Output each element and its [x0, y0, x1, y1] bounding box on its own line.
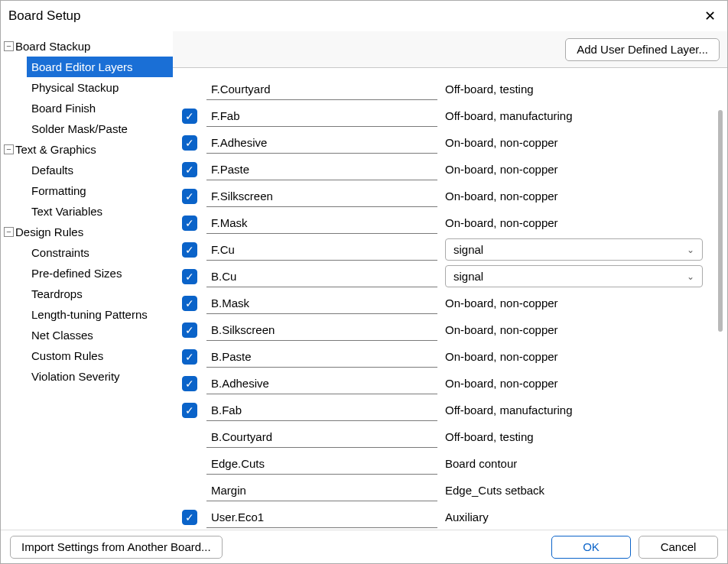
layer-name-field[interactable]: F.Cu: [206, 238, 437, 261]
tree-item[interactable]: Board Editor Layers: [27, 57, 173, 77]
tree-item[interactable]: Custom Rules: [27, 345, 173, 366]
layer-type-label: Off-board, testing: [445, 83, 534, 96]
layer-name-field[interactable]: F.Paste: [206, 158, 437, 180]
layer-name-label: B.Fab: [211, 404, 242, 417]
layer-checkbox[interactable]: ✓: [182, 135, 197, 151]
layer-type-cell: Off-board, manufacturing: [442, 105, 706, 127]
layer-name-field[interactable]: B.Adhesive: [206, 372, 437, 394]
layer-name-field[interactable]: Margin: [206, 479, 437, 501]
layer-name-field[interactable]: B.Cu: [206, 265, 437, 287]
layer-checkbox[interactable]: ✓: [182, 296, 197, 311]
layer-check-cell: ✓: [177, 510, 202, 525]
tree-item[interactable]: Length-tuning Patterns: [27, 304, 173, 325]
layer-name-label: B.Adhesive: [211, 377, 269, 390]
layer-type-cell: On-board, non-copper: [442, 185, 706, 207]
layer-name-field[interactable]: F.Silkscreen: [206, 185, 437, 207]
layer-name-label: F.Adhesive: [211, 136, 267, 149]
tree-item[interactable]: Solder Mask/Paste: [27, 118, 173, 139]
tree-item-label: Board Finish: [31, 102, 96, 115]
tree-item-label: Text Variables: [31, 205, 102, 218]
layer-check-cell: ✓: [177, 162, 202, 177]
layer-row: Edge.CutsBoard contour: [177, 450, 713, 477]
tree-group-children: DefaultsFormattingText Variables: [4, 160, 173, 222]
tree-item[interactable]: Formatting: [27, 180, 173, 201]
layer-name-field[interactable]: User.Eco1: [206, 506, 437, 528]
layer-name-field[interactable]: B.Silkscreen: [206, 319, 437, 341]
tree-item-label: Formatting: [31, 184, 86, 197]
layer-checkbox[interactable]: ✓: [182, 376, 197, 391]
layer-type-label: On-board, non-copper: [445, 377, 558, 390]
layer-row: MarginEdge_Cuts setback: [177, 477, 713, 504]
layer-checkbox[interactable]: ✓: [182, 403, 197, 418]
layer-name-field[interactable]: B.Fab: [206, 399, 437, 421]
layer-name-field[interactable]: Edge.Cuts: [206, 452, 437, 475]
layer-name-field[interactable]: F.Courtyard: [206, 78, 437, 100]
layer-checkbox[interactable]: ✓: [182, 349, 197, 365]
layer-name-field[interactable]: F.Fab: [206, 105, 437, 127]
layer-name-field[interactable]: F.Adhesive: [206, 131, 437, 154]
layer-type-select[interactable]: signal⌄: [445, 238, 703, 261]
layer-checkbox[interactable]: ✓: [182, 242, 197, 258]
tree-group-label: Board Stackup: [15, 40, 90, 53]
layer-type-select[interactable]: signal⌄: [445, 265, 703, 287]
layer-type-label: On-board, non-copper: [445, 350, 558, 363]
layer-checkbox[interactable]: ✓: [182, 216, 197, 231]
layer-type-cell: On-board, non-copper: [442, 131, 706, 154]
tree-item[interactable]: Constraints: [27, 242, 173, 263]
tree-group-header[interactable]: −Board Stackup: [4, 36, 173, 57]
layer-type-label: On-board, non-copper: [445, 323, 558, 336]
tree-item-label: Length-tuning Patterns: [31, 308, 148, 321]
collapse-icon[interactable]: −: [4, 227, 14, 237]
layer-name-field[interactable]: B.Courtyard: [206, 426, 437, 448]
layer-type-cell: Off-board, testing: [442, 78, 706, 100]
layer-type-label: On-board, non-copper: [445, 216, 558, 229]
layer-checkbox[interactable]: ✓: [182, 109, 197, 124]
layer-row: ✓B.Cusignal⌄: [177, 263, 713, 290]
tree-item[interactable]: Pre-defined Sizes: [27, 263, 173, 284]
tree-item[interactable]: Teardrops: [27, 284, 173, 304]
window-title: Board Setup: [8, 8, 81, 24]
layer-type-cell: Auxiliary: [442, 506, 706, 528]
layer-name-label: F.Cu: [211, 243, 235, 256]
tree-group-children: Board Editor LayersPhysical StackupBoard…: [4, 57, 173, 139]
layer-check-cell: ✓: [177, 323, 202, 338]
tree-item[interactable]: Board Finish: [27, 98, 173, 118]
layer-checkbox[interactable]: ✓: [182, 162, 197, 177]
layer-check-cell: ✓: [177, 242, 202, 258]
layer-type-label: Off-board, testing: [445, 430, 534, 443]
layer-checkbox[interactable]: ✓: [182, 323, 197, 338]
import-settings-button[interactable]: Import Settings from Another Board...: [10, 536, 223, 559]
collapse-icon[interactable]: −: [4, 144, 14, 154]
tree-item[interactable]: Physical Stackup: [27, 77, 173, 98]
layer-checkbox[interactable]: ✓: [182, 510, 197, 525]
tree-group-header[interactable]: −Design Rules: [4, 222, 173, 242]
layer-type-cell: signal⌄: [442, 238, 706, 261]
layer-checkbox[interactable]: ✓: [182, 269, 197, 284]
layer-name-field[interactable]: B.Mask: [206, 292, 437, 314]
add-user-defined-layer-button[interactable]: Add User Defined Layer...: [565, 38, 720, 61]
layer-name-field[interactable]: F.Mask: [206, 212, 437, 234]
tree-item[interactable]: Text Variables: [27, 201, 173, 222]
scrollbar[interactable]: [713, 68, 727, 530]
tree-item[interactable]: Net Classes: [27, 325, 173, 345]
chevron-down-icon: ⌄: [687, 245, 694, 255]
layer-type-cell: On-board, non-copper: [442, 158, 706, 180]
layer-name-field[interactable]: B.Paste: [206, 345, 437, 368]
layers-list-wrap: F.CourtyardOff-board, testing✓F.FabOff-b…: [173, 68, 727, 530]
cancel-button[interactable]: Cancel: [639, 536, 718, 559]
tree-item[interactable]: Defaults: [27, 160, 173, 180]
layer-check-cell: [177, 483, 202, 498]
collapse-icon[interactable]: −: [4, 41, 14, 51]
layer-check-cell: ✓: [177, 189, 202, 204]
ok-button[interactable]: OK: [551, 536, 631, 559]
layer-row: ✓F.AdhesiveOn-board, non-copper: [177, 129, 713, 156]
layer-checkbox[interactable]: ✓: [182, 189, 197, 204]
layer-type-cell: Off-board, testing: [442, 426, 706, 448]
tree-item-label: Teardrops: [31, 287, 83, 300]
layer-check-cell: ✓: [177, 376, 202, 391]
tree-item[interactable]: Violation Severity: [27, 366, 173, 387]
scrollbar-thumb[interactable]: [718, 110, 723, 332]
close-button[interactable]: ✕: [692, 1, 727, 31]
tree-group-header[interactable]: −Text & Graphics: [4, 139, 173, 160]
layer-row: ✓F.MaskOn-board, non-copper: [177, 209, 713, 236]
